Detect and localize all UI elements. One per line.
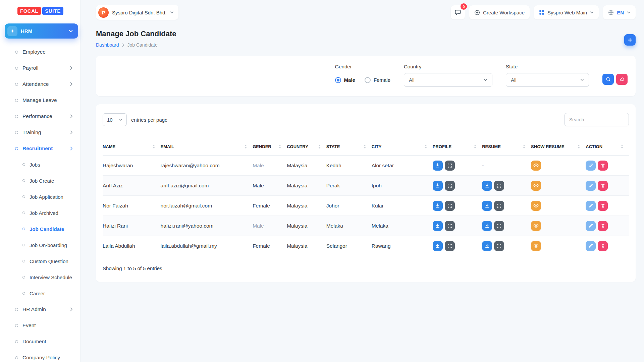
profile-download-button[interactable] bbox=[433, 241, 443, 251]
show-resume-button[interactable] bbox=[531, 221, 541, 231]
sidebar-item-document[interactable]: Document bbox=[0, 334, 80, 350]
reset-filter-button[interactable] bbox=[616, 74, 628, 85]
column-header-profile[interactable]: PROFILE bbox=[433, 144, 451, 149]
sidebar-item-attendance[interactable]: Attendance bbox=[0, 76, 80, 92]
delete-button[interactable] bbox=[598, 161, 608, 171]
brand-logo[interactable]: FOCAL SUITE bbox=[0, 0, 80, 21]
profile-preview-button[interactable] bbox=[445, 161, 455, 171]
edit-button[interactable] bbox=[586, 221, 596, 231]
gender-male-radio[interactable]: Male bbox=[335, 77, 355, 83]
column-header-email[interactable]: EMAIL bbox=[161, 144, 174, 149]
edit-button[interactable] bbox=[586, 181, 596, 191]
column-header-gender[interactable]: GENDER bbox=[253, 144, 271, 149]
sidebar-subitem-job-create[interactable]: Job Create bbox=[0, 173, 80, 189]
show-resume-button[interactable] bbox=[531, 161, 541, 171]
resume-preview-button[interactable] bbox=[494, 241, 504, 251]
apply-filter-button[interactable] bbox=[602, 74, 614, 85]
column-header-resume[interactable]: RESUME bbox=[482, 144, 501, 149]
column-header-city[interactable]: CITY bbox=[372, 144, 382, 149]
resume-preview-button[interactable] bbox=[494, 181, 504, 191]
sidebar-subitem-career[interactable]: Career bbox=[0, 285, 80, 301]
resume-download-button[interactable] bbox=[482, 241, 492, 251]
show-resume-button[interactable] bbox=[531, 201, 541, 211]
plus-icon bbox=[628, 38, 633, 43]
sidebar-item-employee[interactable]: Employee bbox=[0, 44, 80, 60]
sidebar-item-payroll[interactable]: Payroll bbox=[0, 60, 80, 76]
resume-download-button[interactable] bbox=[482, 221, 492, 231]
column-header-state[interactable]: STATE bbox=[326, 144, 340, 149]
breadcrumb-dashboard-link[interactable]: Dashboard bbox=[96, 42, 119, 48]
sidebar-subitem-jobs[interactable]: Jobs bbox=[0, 157, 80, 173]
sidebar-item-event[interactable]: Event bbox=[0, 317, 80, 334]
sidebar-item-recruitment[interactable]: Recruitment bbox=[0, 140, 80, 157]
sidebar-item-label: Training bbox=[22, 129, 41, 135]
resume-download-button[interactable] bbox=[482, 201, 492, 211]
radio-unchecked-icon bbox=[365, 77, 371, 83]
gender-female-radio[interactable]: Female bbox=[365, 77, 390, 83]
sidebar-item-hr-admin[interactable]: HR Admin bbox=[0, 301, 80, 317]
bullet-icon bbox=[22, 276, 25, 279]
delete-button[interactable] bbox=[598, 221, 608, 231]
profile-preview-button[interactable] bbox=[445, 221, 455, 231]
delete-button[interactable] bbox=[598, 181, 608, 191]
chevron-right-icon bbox=[70, 307, 73, 311]
sidebar-subitem-job-candidate[interactable]: Job Candidate bbox=[0, 221, 80, 237]
country-select[interactable]: All bbox=[404, 73, 492, 87]
sidebar-subitem-custom-question[interactable]: Custom Question bbox=[0, 253, 80, 269]
edit-button[interactable] bbox=[586, 161, 596, 171]
resume-preview-button[interactable] bbox=[494, 201, 504, 211]
messages-button[interactable]: 0 bbox=[451, 5, 465, 19]
profile-download-button[interactable] bbox=[433, 181, 443, 191]
edit-button[interactable] bbox=[586, 241, 596, 251]
edit-button[interactable] bbox=[586, 201, 596, 211]
sidebar-subitem-job-application[interactable]: Job Application bbox=[0, 189, 80, 205]
cell-show-resume bbox=[531, 156, 586, 176]
search-input[interactable] bbox=[565, 113, 629, 126]
sort-icon[interactable] bbox=[278, 144, 281, 149]
resume-download-button[interactable] bbox=[482, 181, 492, 191]
state-select[interactable]: All bbox=[506, 73, 589, 87]
sort-icon[interactable] bbox=[523, 144, 526, 149]
resume-preview-button[interactable] bbox=[494, 221, 504, 231]
sidebar-module-hrm[interactable]: ✦ HRM bbox=[5, 23, 78, 39]
add-candidate-button[interactable] bbox=[624, 34, 636, 46]
sidebar-subitem-interview-schedule[interactable]: Interview Schedule bbox=[0, 269, 80, 285]
app-switcher[interactable]: Syspro Web Main bbox=[534, 5, 599, 19]
profile-download-button[interactable] bbox=[433, 201, 443, 211]
profile-preview-button[interactable] bbox=[445, 201, 455, 211]
sort-icon[interactable] bbox=[474, 144, 477, 149]
column-header-name[interactable]: NAME bbox=[103, 144, 115, 149]
sort-icon[interactable] bbox=[363, 144, 366, 149]
show-resume-button[interactable] bbox=[531, 241, 541, 251]
show-resume-button[interactable] bbox=[531, 181, 541, 191]
sidebar: FOCAL SUITE ✦ HRM Employee Payroll Atten… bbox=[0, 0, 80, 362]
sidebar-item-performance[interactable]: Performance bbox=[0, 108, 80, 124]
sidebar-subitem-label: Job Application bbox=[30, 194, 63, 200]
sort-icon[interactable] bbox=[318, 144, 321, 149]
delete-button[interactable] bbox=[598, 241, 608, 251]
workspace-selector[interactable]: P Syspro Digital Sdn. Bhd. bbox=[96, 5, 178, 20]
sidebar-subitem-job-onboarding[interactable]: Job On-boarding bbox=[0, 237, 80, 253]
page-size-select[interactable]: 10 bbox=[103, 113, 127, 126]
sort-icon[interactable] bbox=[152, 144, 155, 149]
profile-preview-button[interactable] bbox=[445, 241, 455, 251]
sidebar-item-training[interactable]: Training bbox=[0, 124, 80, 140]
sidebar-item-company-policy[interactable]: Company Policy bbox=[0, 350, 80, 362]
profile-download-button[interactable] bbox=[433, 161, 443, 171]
sidebar-subitem-job-archived[interactable]: Job Archived bbox=[0, 205, 80, 221]
profile-download-button[interactable] bbox=[433, 221, 443, 231]
sidebar-item-manage-leave[interactable]: Manage Leave bbox=[0, 92, 80, 108]
sort-icon[interactable] bbox=[424, 144, 427, 149]
sort-icon[interactable] bbox=[244, 144, 247, 149]
delete-button[interactable] bbox=[598, 201, 608, 211]
column-header-country[interactable]: COUNTRY bbox=[287, 144, 308, 149]
cell-gender: Male bbox=[253, 216, 287, 236]
column-header-action[interactable]: ACTION bbox=[586, 144, 602, 149]
profile-preview-button[interactable] bbox=[445, 181, 455, 191]
expand-icon bbox=[497, 244, 501, 248]
create-workspace-button[interactable]: Create Workspace bbox=[469, 5, 530, 19]
sort-icon[interactable] bbox=[577, 144, 580, 149]
sort-icon[interactable] bbox=[621, 144, 624, 149]
column-header-show-resume[interactable]: SHOW RESUME bbox=[531, 144, 565, 149]
language-selector[interactable]: EN bbox=[603, 5, 636, 19]
